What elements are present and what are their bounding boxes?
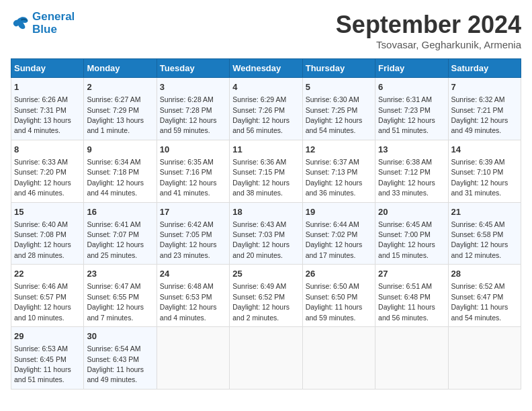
- location: Tsovasar, Gegharkunik, Armenia: [336, 39, 521, 50]
- day-info: Sunrise: 6:33 AMSunset: 7:20 PMDaylight:…: [14, 158, 71, 197]
- day-number: 30: [87, 330, 153, 342]
- table-row: 12 Sunrise: 6:37 AMSunset: 7:13 PMDaylig…: [302, 140, 375, 202]
- day-number: 24: [160, 268, 226, 280]
- day-number: 28: [451, 268, 518, 280]
- table-row: 29 Sunrise: 6:53 AMSunset: 6:45 PMDaylig…: [11, 327, 84, 390]
- day-info: Sunrise: 6:40 AMSunset: 7:08 PMDaylight:…: [14, 220, 71, 259]
- day-number: 15: [14, 206, 81, 218]
- day-number: 18: [232, 206, 299, 218]
- table-row: 19 Sunrise: 6:44 AMSunset: 7:02 PMDaylig…: [302, 202, 375, 265]
- page-header: General Blue September 2024 Tsovasar, Ge…: [11, 11, 521, 50]
- title-block: September 2024 Tsovasar, Gegharkunik, Ar…: [336, 11, 521, 50]
- table-row: 24 Sunrise: 6:48 AMSunset: 6:53 PMDaylig…: [157, 265, 229, 327]
- table-row: 1 Sunrise: 6:26 AMSunset: 7:31 PMDayligh…: [11, 78, 84, 140]
- day-info: Sunrise: 6:46 AMSunset: 6:57 PMDaylight:…: [14, 282, 71, 321]
- day-number: 26: [306, 268, 372, 280]
- day-number: 19: [306, 206, 372, 218]
- table-row: 14 Sunrise: 6:39 AMSunset: 7:10 PMDaylig…: [448, 140, 521, 202]
- day-number: 22: [14, 268, 81, 280]
- table-row: [448, 327, 521, 390]
- col-header-tuesday: Tuesday: [157, 59, 229, 78]
- table-row: 16 Sunrise: 6:41 AMSunset: 7:07 PMDaylig…: [84, 202, 157, 265]
- day-info: Sunrise: 6:32 AMSunset: 7:21 PMDaylight:…: [451, 95, 508, 134]
- day-number: 16: [87, 206, 153, 218]
- day-number: 6: [378, 81, 445, 93]
- table-row: 4 Sunrise: 6:29 AMSunset: 7:26 PMDayligh…: [230, 78, 302, 140]
- day-info: Sunrise: 6:44 AMSunset: 7:02 PMDaylight:…: [306, 220, 363, 259]
- day-number: 3: [160, 81, 226, 93]
- table-row: [375, 327, 448, 390]
- col-header-saturday: Saturday: [448, 59, 521, 78]
- day-number: 20: [378, 206, 445, 218]
- day-number: 27: [378, 268, 445, 280]
- day-info: Sunrise: 6:53 AMSunset: 6:45 PMDaylight:…: [14, 345, 71, 383]
- table-row: 9 Sunrise: 6:34 AMSunset: 7:18 PMDayligh…: [84, 140, 157, 202]
- day-info: Sunrise: 6:48 AMSunset: 6:53 PMDaylight:…: [160, 282, 217, 321]
- day-number: 11: [232, 144, 299, 156]
- day-info: Sunrise: 6:36 AMSunset: 7:15 PMDaylight:…: [232, 158, 290, 197]
- table-row: [157, 327, 229, 390]
- col-header-friday: Friday: [375, 59, 448, 78]
- logo: General Blue: [11, 11, 75, 36]
- table-row: 3 Sunrise: 6:28 AMSunset: 7:28 PMDayligh…: [157, 78, 229, 140]
- logo-text: General Blue: [32, 11, 75, 36]
- col-header-sunday: Sunday: [11, 59, 84, 78]
- table-row: 13 Sunrise: 6:38 AMSunset: 7:12 PMDaylig…: [375, 140, 448, 202]
- day-info: Sunrise: 6:26 AMSunset: 7:31 PMDaylight:…: [14, 95, 71, 134]
- day-info: Sunrise: 6:30 AMSunset: 7:25 PMDaylight:…: [306, 95, 363, 134]
- day-number: 5: [306, 81, 372, 93]
- day-info: Sunrise: 6:42 AMSunset: 7:05 PMDaylight:…: [160, 220, 217, 259]
- day-info: Sunrise: 6:50 AMSunset: 6:50 PMDaylight:…: [306, 282, 363, 321]
- table-row: [302, 327, 375, 390]
- day-info: Sunrise: 6:41 AMSunset: 7:07 PMDaylight:…: [87, 220, 144, 259]
- table-row: 26 Sunrise: 6:50 AMSunset: 6:50 PMDaylig…: [302, 265, 375, 327]
- day-info: Sunrise: 6:34 AMSunset: 7:18 PMDaylight:…: [87, 158, 144, 197]
- day-number: 2: [87, 81, 153, 93]
- table-row: 18 Sunrise: 6:43 AMSunset: 7:03 PMDaylig…: [230, 202, 302, 265]
- table-row: 6 Sunrise: 6:31 AMSunset: 7:23 PMDayligh…: [375, 78, 448, 140]
- day-info: Sunrise: 6:28 AMSunset: 7:28 PMDaylight:…: [160, 95, 217, 134]
- day-info: Sunrise: 6:52 AMSunset: 6:47 PMDaylight:…: [451, 282, 508, 321]
- day-number: 23: [87, 268, 153, 280]
- day-number: 4: [232, 81, 299, 93]
- table-row: 10 Sunrise: 6:35 AMSunset: 7:16 PMDaylig…: [157, 140, 229, 202]
- day-info: Sunrise: 6:51 AMSunset: 6:48 PMDaylight:…: [378, 282, 435, 321]
- day-info: Sunrise: 6:29 AMSunset: 7:26 PMDaylight:…: [232, 95, 290, 134]
- table-row: 20 Sunrise: 6:45 AMSunset: 7:00 PMDaylig…: [375, 202, 448, 265]
- day-number: 8: [14, 144, 81, 156]
- day-info: Sunrise: 6:49 AMSunset: 6:52 PMDaylight:…: [232, 282, 290, 321]
- table-row: 23 Sunrise: 6:47 AMSunset: 6:55 PMDaylig…: [84, 265, 157, 327]
- table-row: 22 Sunrise: 6:46 AMSunset: 6:57 PMDaylig…: [11, 265, 84, 327]
- day-info: Sunrise: 6:47 AMSunset: 6:55 PMDaylight:…: [87, 282, 144, 321]
- day-info: Sunrise: 6:54 AMSunset: 6:43 PMDaylight:…: [87, 345, 144, 383]
- day-number: 14: [451, 144, 518, 156]
- logo-bird-icon: [11, 14, 30, 33]
- table-row: 2 Sunrise: 6:27 AMSunset: 7:29 PMDayligh…: [84, 78, 157, 140]
- day-number: 21: [451, 206, 518, 218]
- day-info: Sunrise: 6:35 AMSunset: 7:16 PMDaylight:…: [160, 158, 217, 197]
- day-number: 13: [378, 144, 445, 156]
- day-number: 29: [14, 330, 81, 342]
- table-row: 15 Sunrise: 6:40 AMSunset: 7:08 PMDaylig…: [11, 202, 84, 265]
- day-info: Sunrise: 6:45 AMSunset: 7:00 PMDaylight:…: [378, 220, 435, 259]
- table-row: 25 Sunrise: 6:49 AMSunset: 6:52 PMDaylig…: [230, 265, 302, 327]
- day-info: Sunrise: 6:27 AMSunset: 7:29 PMDaylight:…: [87, 95, 144, 134]
- month-title: September 2024: [336, 11, 521, 39]
- table-row: 11 Sunrise: 6:36 AMSunset: 7:15 PMDaylig…: [230, 140, 302, 202]
- table-row: 7 Sunrise: 6:32 AMSunset: 7:21 PMDayligh…: [448, 78, 521, 140]
- table-row: 30 Sunrise: 6:54 AMSunset: 6:43 PMDaylig…: [84, 327, 157, 390]
- day-number: 9: [87, 144, 153, 156]
- day-info: Sunrise: 6:38 AMSunset: 7:12 PMDaylight:…: [378, 158, 435, 197]
- table-row: 8 Sunrise: 6:33 AMSunset: 7:20 PMDayligh…: [11, 140, 84, 202]
- table-row: 17 Sunrise: 6:42 AMSunset: 7:05 PMDaylig…: [157, 202, 229, 265]
- day-number: 7: [451, 81, 518, 93]
- table-row: 21 Sunrise: 6:45 AMSunset: 6:58 PMDaylig…: [448, 202, 521, 265]
- day-info: Sunrise: 6:37 AMSunset: 7:13 PMDaylight:…: [306, 158, 363, 197]
- table-row: 28 Sunrise: 6:52 AMSunset: 6:47 PMDaylig…: [448, 265, 521, 327]
- day-number: 12: [306, 144, 372, 156]
- col-header-monday: Monday: [84, 59, 157, 78]
- calendar-table: SundayMondayTuesdayWednesdayThursdayFrid…: [11, 58, 521, 390]
- day-info: Sunrise: 6:31 AMSunset: 7:23 PMDaylight:…: [378, 95, 435, 134]
- day-number: 25: [232, 268, 299, 280]
- day-info: Sunrise: 6:45 AMSunset: 6:58 PMDaylight:…: [451, 220, 508, 259]
